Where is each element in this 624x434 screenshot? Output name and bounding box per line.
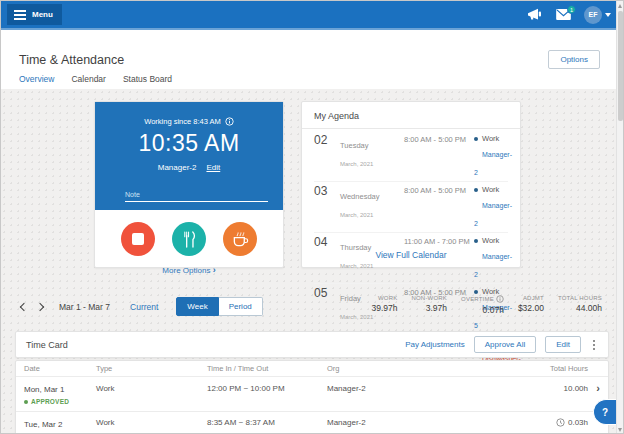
toggle-period[interactable]: Period [219, 297, 263, 316]
status-badge: APPROVED [24, 398, 96, 405]
notifications-button[interactable]: 1 [556, 9, 571, 20]
table-header-row: Date Type Time In / Time Out Org Total H… [16, 361, 608, 377]
agenda-weekday: Friday [340, 294, 361, 303]
column-date: Date [24, 364, 96, 373]
summary-stats: WORK 39.97h NON-WORK 3.97h OVERTIME 0.07… [371, 295, 602, 315]
vertical-scrollbar[interactable] [616, 1, 623, 434]
fork-knife-icon [182, 231, 197, 248]
agenda-time: 11:00 AM - 7:00 PM [404, 236, 474, 246]
meal-break-button[interactable] [172, 222, 206, 256]
entry-hours: 10.00h [477, 384, 588, 393]
agenda-month: March, 2021 [340, 161, 373, 167]
stop-work-button[interactable] [121, 222, 155, 256]
announcements-button[interactable] [527, 8, 543, 21]
scroll-down-icon[interactable] [618, 428, 622, 432]
agenda-item[interactable]: 02 Tuesday March, 2021 8:00 AM - 5:00 PM… [314, 131, 508, 182]
entry-type: Work [96, 384, 207, 393]
note-input[interactable]: Note [125, 183, 268, 202]
clock-actions [95, 210, 283, 256]
help-button[interactable]: ? [593, 399, 616, 425]
info-icon[interactable] [225, 117, 234, 126]
period-navigation: Mar 1 - Mar 7 Current Week Period [21, 297, 263, 316]
entry-hours: 0.03h [477, 418, 588, 427]
menu-button[interactable]: Menu [7, 4, 62, 25]
agenda-month: March, 2021 [340, 212, 373, 218]
stop-icon [132, 233, 144, 245]
time-attendance-app: Menu 1 EF [0, 0, 624, 434]
agenda-time: 8:00 AM - 5:00 PM [404, 134, 474, 144]
table-row[interactable]: Tue, Mar 2 UNAPPROVED Work 8:35 AM ~ 8:3… [16, 412, 608, 434]
coffee-break-button[interactable] [223, 222, 257, 256]
entry-org: Manager-2 [327, 418, 477, 427]
agenda-item[interactable]: 03 Wednesday March, 2021 8:00 AM - 5:00 … [314, 182, 508, 233]
menu-label: Menu [32, 10, 53, 19]
entry-time: 12:00 PM ~ 10:00 PM [207, 384, 327, 393]
column-time: Time In / Time Out [207, 364, 327, 373]
tab-calendar[interactable]: Calendar [71, 74, 106, 84]
edit-button[interactable]: Edit [545, 336, 581, 353]
row-date: Mon, Mar 1 [24, 385, 96, 394]
page-header: Time & Attendance Options Overview Calen… [1, 30, 618, 89]
my-agenda-card: My Agenda 02 Tuesday March, 2021 8:00 AM… [301, 101, 521, 268]
scrollbar-thumb[interactable] [618, 11, 623, 121]
column-total-hours: Total Hours [477, 364, 588, 373]
more-options-link[interactable]: More Options › [95, 265, 283, 275]
tab-status-board[interactable]: Status Board [123, 74, 172, 84]
info-icon[interactable] [496, 295, 504, 303]
coffee-cup-icon [231, 231, 250, 248]
status-dot-icon [24, 400, 28, 404]
agenda-month: March, 2021 [340, 314, 373, 320]
row-chevron-icon[interactable]: › [588, 383, 608, 394]
tab-bar: Overview Calendar Status Board [19, 74, 172, 84]
avatar: EF [584, 6, 602, 24]
current-link[interactable]: Current [130, 302, 158, 312]
time-card-title: Time Card [26, 340, 405, 350]
scroll-up-icon[interactable] [618, 4, 622, 8]
working-since-text: Working since 8:43 AM [144, 117, 221, 126]
notification-badge: 1 [567, 5, 576, 14]
agenda-role-link[interactable]: Manager-2 [474, 202, 512, 227]
agenda-day: 02 [314, 134, 340, 146]
clock-card: Working since 8:43 AM 10:35 AM Manager-2… [94, 101, 284, 268]
event-dot-icon [474, 239, 478, 243]
event-dot-icon [474, 290, 478, 294]
edit-assignment-link[interactable]: Edit [206, 163, 220, 172]
date-range-label: Mar 1 - Mar 7 [59, 302, 110, 312]
overflow-menu-icon[interactable] [590, 338, 598, 352]
view-full-calendar-link[interactable]: View Full Calendar [302, 250, 520, 260]
chevron-down-icon [605, 13, 611, 17]
time-card-table: Date Type Time In / Time Out Org Total H… [15, 360, 609, 434]
agenda-weekday: Wednesday [340, 192, 379, 201]
stat-work: WORK 39.97h [371, 295, 397, 315]
agenda-role-link[interactable]: Manager-2 [474, 151, 512, 176]
page-title: Time & Attendance [19, 53, 124, 67]
approve-all-button[interactable]: Approve All [474, 336, 536, 353]
agenda-weekday: Tuesday [340, 141, 369, 150]
main-content: Working since 8:43 AM 10:35 AM Manager-2… [1, 89, 618, 434]
agenda-title: My Agenda [302, 102, 520, 129]
user-menu-button[interactable]: EF [584, 6, 611, 24]
entry-org: Manager-2 [327, 384, 477, 393]
stat-total-hours: TOTAL HOURS 44.00h [558, 295, 602, 315]
clock-panel: Working since 8:43 AM 10:35 AM Manager-2… [95, 102, 283, 210]
tab-overview[interactable]: Overview [19, 74, 54, 84]
stat-non-work: NON-WORK 3.97h [411, 295, 447, 315]
stat-overtime: OVERTIME 0.07h [461, 295, 504, 315]
previous-period-button[interactable] [20, 302, 28, 310]
event-dot-icon [474, 137, 478, 141]
top-navigation-bar: Menu 1 EF [1, 1, 624, 28]
toggle-week[interactable]: Week [176, 297, 218, 316]
column-type: Type [96, 364, 207, 373]
next-period-button[interactable] [36, 302, 44, 310]
agenda-event: Work [482, 134, 499, 143]
agenda-day: 04 [314, 236, 340, 248]
view-toggle: Week Period [176, 297, 262, 316]
time-card-header: Time Card Pay Adjustments Approve All Ed… [15, 331, 609, 358]
table-row[interactable]: Mon, Mar 1 APPROVED Work 12:00 PM ~ 10:0… [16, 377, 608, 412]
agenda-event: Work [482, 185, 499, 194]
pay-adjustments-link[interactable]: Pay Adjustments [405, 340, 465, 349]
row-date: Tue, Mar 2 [24, 420, 96, 429]
options-button[interactable]: Options [548, 50, 600, 69]
hamburger-icon [14, 10, 26, 20]
column-org: Org [327, 364, 477, 373]
